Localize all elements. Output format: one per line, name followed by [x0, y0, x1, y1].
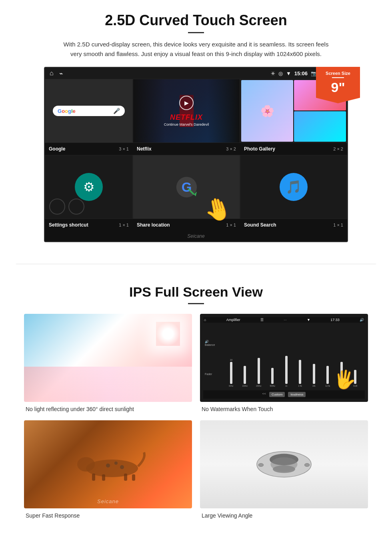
svg-text:G: G: [181, 179, 192, 194]
amp-bar-4: 1k: [280, 356, 293, 387]
amp-home-icon: ⌂: [204, 318, 206, 322]
svg-point-10: [106, 464, 110, 468]
android-screen: ⌂ ⌁ ⚹ ◎ ▼ 15:06 📷 🔊 ✕ ▭: [44, 67, 348, 242]
title-underline: [188, 32, 204, 33]
svg-rect-9: [132, 474, 135, 481]
amp-menu-icon: ☰: [260, 318, 264, 322]
section-ips: IPS Full Screen View No light reflecting…: [0, 276, 392, 531]
amp-wifi-icon: ▼: [307, 318, 310, 322]
section2-title: IPS Full Screen View: [24, 284, 368, 300]
amplifier-visual: ⌂ Amplifier ☰ ··· ▼ 17:33 🔊 🔊 B: [200, 314, 368, 402]
netflix-logo: NETFLIX: [164, 113, 209, 122]
car-svg: [252, 448, 316, 480]
amp-bar-6: 10k: [308, 364, 320, 387]
amp-bar-1: 100hz: [239, 366, 252, 387]
svg-rect-7: [102, 474, 105, 481]
share-label: Share location 1 × 1: [133, 221, 240, 229]
section2-underline: [188, 303, 204, 304]
amp-bar-3: 500hz: [266, 368, 279, 387]
badge-size: 9": [319, 80, 357, 95]
feature-amplifier: ⌂ Amplifier ☰ ··· ▼ 17:33 🔊 🔊 B: [200, 314, 368, 412]
screen-size-badge: Screen Size 9": [316, 67, 360, 103]
gallery-thumb-2: [294, 111, 346, 142]
amp-hand-icon: 🖐: [333, 368, 357, 391]
status-left-icons: ⌂ ⌁: [50, 70, 63, 77]
app-grid-bottom: ⚙ G 🤚: [45, 155, 347, 219]
section-divider: [16, 264, 376, 264]
badge-divider: [332, 77, 344, 78]
sun-rays: [156, 322, 180, 346]
amp-custom-btn[interactable]: Custom: [269, 392, 285, 397]
amp-back-btn: <<: [262, 392, 266, 397]
feature-cheetah: Seicane Super Fast Response: [24, 420, 192, 519]
bottom-labels-row: Settings shortcut 1 × 1 Share location 1…: [45, 219, 347, 231]
svg-rect-6: [92, 474, 95, 481]
google-logo: Google: [58, 108, 76, 114]
gallery-thumb-main: 🌸: [241, 80, 293, 142]
status-bar: ⌂ ⌁ ⚹ ◎ ▼ 15:06 📷 🔊 ✕ ▭: [45, 68, 347, 79]
amp-dots: ···: [284, 318, 287, 322]
amp-bar-2: 200hz: [252, 358, 265, 387]
sunlight-label: No light reflecting under 360° direct su…: [24, 406, 192, 412]
netflix-subtitle: Continue Marvel's Daredevil: [164, 122, 209, 126]
bt-icon: ⚹: [271, 70, 275, 76]
amp-bar-5: 2.5k: [294, 360, 307, 387]
feature-sunlight: No light reflecting under 360° direct su…: [24, 314, 192, 412]
svg-rect-8: [124, 474, 127, 481]
amp-loudness-btn[interactable]: loudness: [288, 392, 306, 397]
settings-icon: ⚙: [75, 173, 103, 201]
sound-search-cell[interactable]: 🎵: [240, 155, 347, 219]
status-time: 15:06: [294, 70, 308, 76]
section-curved-touch: 2.5D Curved Touch Screen With 2.5D curve…: [0, 0, 392, 252]
google-mic-icon[interactable]: 🎤: [113, 108, 120, 114]
amplifier-label: No Watermarks When Touch: [200, 406, 368, 412]
svg-point-17: [258, 464, 264, 467]
car-label: Large Viewing Angle: [200, 512, 368, 519]
section1-title: 2.5D Curved Touch Screen: [24, 12, 368, 29]
sunlight-visual: [24, 314, 192, 402]
wifi-icon: ▼: [286, 70, 291, 76]
amp-bar-0: 10 60hz: [225, 359, 238, 387]
svg-point-18: [304, 464, 310, 467]
svg-point-5: [77, 457, 95, 472]
amp-vol-icon: 🔊: [360, 318, 364, 322]
cheetah-label: Super Fast Response: [24, 512, 192, 519]
amp-title: Amplifier: [226, 318, 240, 322]
netflix-app-cell[interactable]: ▶ NETFLIX Continue Marvel's Daredevil: [133, 79, 240, 143]
maps-icon: G: [176, 176, 198, 198]
svg-point-12: [120, 465, 124, 469]
google-search-bar[interactable]: Google 🎤: [53, 106, 125, 116]
app-labels-row: Google 3 × 1 Netflix 3 × 2 Photo Gallery…: [45, 143, 347, 155]
svg-point-11: [114, 462, 118, 465]
settings-app-cell[interactable]: ⚙: [45, 155, 133, 219]
section1-description: With 2.5D curved-display screen, this de…: [60, 40, 332, 59]
app-grid-top: Google 🎤 ▶ NETFLIX C: [45, 79, 347, 143]
maps-app-cell[interactable]: G 🤚: [133, 155, 240, 219]
cheetah-svg: [68, 446, 148, 482]
google-label: Google 3 × 1: [45, 145, 133, 153]
device-mockup-wrapper: Screen Size 9" ⌂ ⌁ ⚹ ◎ ▼ 15:06 📷 🔊 ✕: [44, 67, 348, 242]
feature-amplifier-image: ⌂ Amplifier ☰ ··· ▼ 17:33 🔊 🔊 B: [200, 314, 368, 402]
svg-point-16: [270, 457, 297, 471]
ghost-icons: [49, 199, 84, 215]
feature-sunlight-image: [24, 314, 192, 402]
netflix-play-button[interactable]: ▶: [179, 96, 194, 110]
feature-grid: No light reflecting under 360° direct su…: [24, 314, 368, 519]
gallery-label: Photo Gallery 2 × 2: [240, 145, 347, 153]
amp-left-labels: 🔊 Balance Fader: [205, 327, 221, 389]
home-icon: ⌂: [50, 70, 54, 77]
google-app-cell[interactable]: Google 🎤: [45, 79, 133, 143]
badge-label: Screen Size: [319, 71, 357, 76]
usb-icon: ⌁: [59, 70, 63, 77]
feature-car-image: [200, 420, 368, 508]
seicane-watermark: Seicane: [97, 498, 119, 504]
amp-fader-label: Fader: [205, 373, 221, 375]
car-visual: [200, 420, 368, 508]
amp-balance-label: 🔊 Balance: [205, 340, 221, 346]
netflix-label: Netflix 3 × 2: [133, 145, 240, 153]
amp-bar-7: 12.5k: [322, 366, 334, 387]
settings-label: Settings shortcut 1 × 1: [45, 221, 133, 229]
cheetah-visual: Seicane: [24, 420, 192, 508]
amp-header: ⌂ Amplifier ☰ ··· ▼ 17:33 🔊: [203, 317, 365, 323]
netflix-content: ▶ NETFLIX Continue Marvel's Daredevil: [164, 96, 209, 126]
